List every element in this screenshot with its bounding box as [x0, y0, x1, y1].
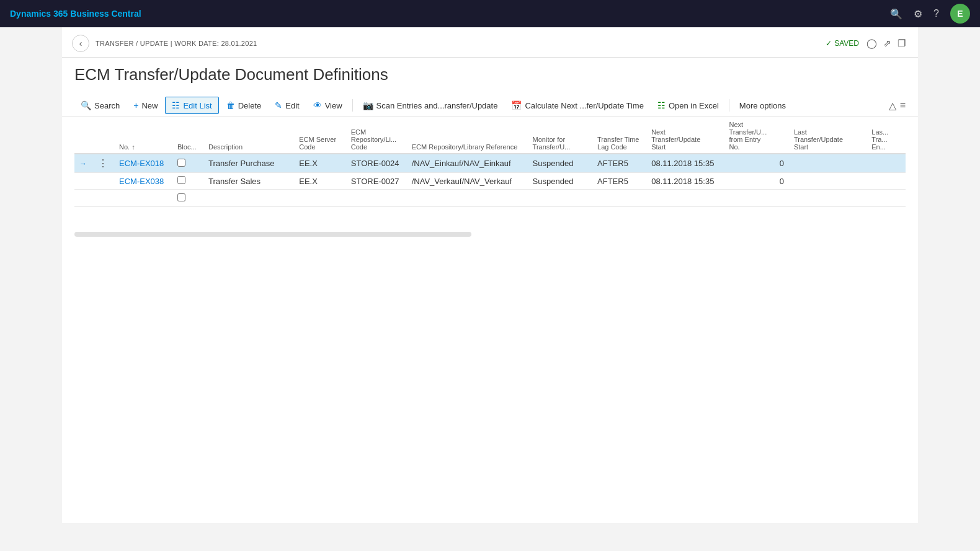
edit-list-icon: ☷: [172, 100, 180, 110]
new-button[interactable]: + New: [127, 97, 164, 113]
scan-button[interactable]: 📷 Scan Entries and...ransfer/Update: [357, 97, 504, 113]
search-icon[interactable]: 🔍: [890, 8, 902, 20]
row-context-menu-icon[interactable]: ⋮: [97, 158, 109, 169]
monitor-cell: Suspended: [528, 173, 592, 190]
no-cell: ECM-EX018: [114, 154, 172, 173]
last-tra-cell: [866, 173, 906, 190]
bookmark-icon[interactable]: ◯: [866, 38, 877, 49]
col-next-entry-header: NextTransfer/U...from EntryNo.: [724, 117, 789, 154]
next-entry-cell: 0: [724, 173, 789, 190]
block-cell[interactable]: [172, 173, 203, 190]
edit-icon: ✎: [275, 100, 282, 110]
row-menu-cell[interactable]: ⋮: [92, 154, 114, 173]
next-start-value: 08.11.2018 15:35: [651, 159, 714, 168]
nav-right: 🔍 ⚙ ? E: [890, 4, 970, 24]
calculate-button[interactable]: 📅 Calculate Next ...fer/Update Time: [505, 97, 649, 113]
col-last-tra-header: Las...Tra...En...: [866, 117, 906, 154]
next-entry-value: 0: [780, 159, 784, 168]
row-menu-cell: [92, 173, 114, 190]
edit-list-button[interactable]: ☷ Edit List: [165, 97, 218, 114]
no-cell: ECM-EX038: [114, 173, 172, 190]
table-container: No. ↑ Bloc... Description ECM ServerCode…: [62, 117, 918, 207]
col-repo-lib-header: ECMRepository/Li...Code: [346, 117, 407, 154]
view-label: View: [325, 101, 342, 110]
expand-icon[interactable]: ❐: [898, 38, 906, 49]
page-title: ECM Transfer/Update Document Definitions: [62, 58, 918, 94]
user-avatar[interactable]: E: [950, 4, 970, 24]
table-header: No. ↑ Bloc... Description ECM ServerCode…: [74, 117, 906, 154]
row-arrow-icon: →: [79, 159, 87, 168]
repo-ref-cell: /NAV_Einkauf/NAV_Einkauf: [407, 154, 528, 173]
monitor-value: Suspended: [533, 159, 574, 168]
empty-checkbox[interactable]: [177, 193, 185, 201]
next-start-cell: 08.11.2018 15:35: [646, 154, 724, 173]
delete-icon: 🗑: [226, 100, 235, 110]
breadcrumb: TRANSFER / UPDATE | WORK DATE: 28.01.202…: [96, 40, 257, 47]
row-arrow-cell: →: [74, 154, 92, 173]
empty-arrow: [74, 190, 92, 207]
delete-button[interactable]: 🗑 Delete: [220, 97, 268, 113]
repo-lib-cell: STORE-0024: [346, 154, 407, 173]
empty-menu: [92, 190, 114, 207]
col-desc-header: Description: [203, 117, 294, 154]
filter-icon[interactable]: △: [889, 100, 896, 112]
edit-button[interactable]: ✎ Edit: [269, 97, 305, 113]
table-row[interactable]: → ⋮ ECM-EX018 Transfer Purchase EE.X STO…: [74, 154, 906, 173]
list-view-icon[interactable]: ≡: [900, 100, 906, 111]
more-options-label: More options: [739, 101, 786, 110]
col-last-start-header: LastTransfer/UpdateStart: [789, 117, 866, 154]
table-body: → ⋮ ECM-EX018 Transfer Purchase EE.X STO…: [74, 154, 906, 207]
scan-label: Scan Entries and...ransfer/Update: [376, 101, 498, 110]
top-navigation: Dynamics 365 Business Central 🔍 ⚙ ? E: [0, 0, 980, 27]
col-block-header: Bloc...: [172, 117, 203, 154]
monitor-cell: Suspended: [528, 154, 592, 173]
repo-lib-cell: STORE-0027: [346, 173, 407, 190]
open-excel-button[interactable]: ☷ Open in Excel: [651, 97, 725, 113]
last-start-cell: [789, 173, 866, 190]
block-cell[interactable]: [172, 154, 203, 173]
block-checkbox[interactable]: [177, 159, 185, 167]
lag-cell: AFTER5: [592, 154, 646, 173]
data-table: No. ↑ Bloc... Description ECM ServerCode…: [74, 117, 906, 207]
table-row[interactable]: ECM-EX038 Transfer Sales EE.X STORE-0027…: [74, 173, 906, 190]
nav-left: Dynamics 365 Business Central: [10, 9, 141, 19]
breadcrumb-bar: ‹ TRANSFER / UPDATE | WORK DATE: 28.01.2…: [62, 27, 918, 58]
last-tra-cell: [866, 154, 906, 173]
back-button[interactable]: ‹: [72, 35, 89, 52]
edit-list-label: Edit List: [183, 101, 212, 110]
toolbar-right: △ ≡: [889, 100, 906, 112]
toolbar: 🔍 Search + New ☷ Edit List 🗑 Delete ✎ Ed…: [62, 94, 918, 117]
row-arrow-cell: [74, 173, 92, 190]
help-icon[interactable]: ?: [933, 8, 939, 19]
no-value[interactable]: ECM-EX038: [119, 177, 164, 186]
monitor-value: Suspended: [533, 177, 574, 186]
search-icon: 🔍: [81, 100, 91, 110]
col-ecm-server-header: ECM ServerCode: [294, 117, 346, 154]
header-row: No. ↑ Bloc... Description ECM ServerCode…: [74, 117, 906, 154]
view-button[interactable]: 👁 View: [307, 97, 349, 113]
next-start-value: 08.11.2018 15:35: [651, 177, 714, 186]
col-repo-ref-header: ECM Repository/Library Reference: [407, 117, 528, 154]
repo-lib-value: STORE-0027: [351, 177, 399, 186]
separator-1: [352, 99, 353, 112]
saved-text: SAVED: [834, 39, 859, 48]
app-name: Dynamics 365 Business Central: [10, 9, 141, 19]
next-entry-value: 0: [780, 177, 784, 186]
calculate-icon: 📅: [511, 100, 522, 110]
edit-label: Edit: [285, 101, 299, 110]
col-menu-header: [92, 117, 114, 154]
settings-icon[interactable]: ⚙: [914, 8, 922, 20]
more-options-button[interactable]: More options: [733, 98, 792, 113]
lag-value: AFTER5: [597, 177, 628, 186]
saved-status: ✓ SAVED: [826, 39, 859, 48]
ecm-server-value: EE.X: [299, 159, 318, 168]
repo-lib-value: STORE-0024: [351, 159, 399, 168]
share-icon[interactable]: ⇗: [883, 38, 891, 49]
search-button[interactable]: 🔍 Search: [74, 97, 126, 113]
empty-block[interactable]: [172, 190, 203, 207]
empty-rest: [203, 190, 906, 207]
repo-ref-value: /NAV_Verkauf/NAV_Verkauf: [412, 177, 512, 186]
block-checkbox[interactable]: [177, 176, 185, 184]
no-value[interactable]: ECM-EX018: [119, 159, 164, 168]
view-icon: 👁: [313, 100, 322, 110]
